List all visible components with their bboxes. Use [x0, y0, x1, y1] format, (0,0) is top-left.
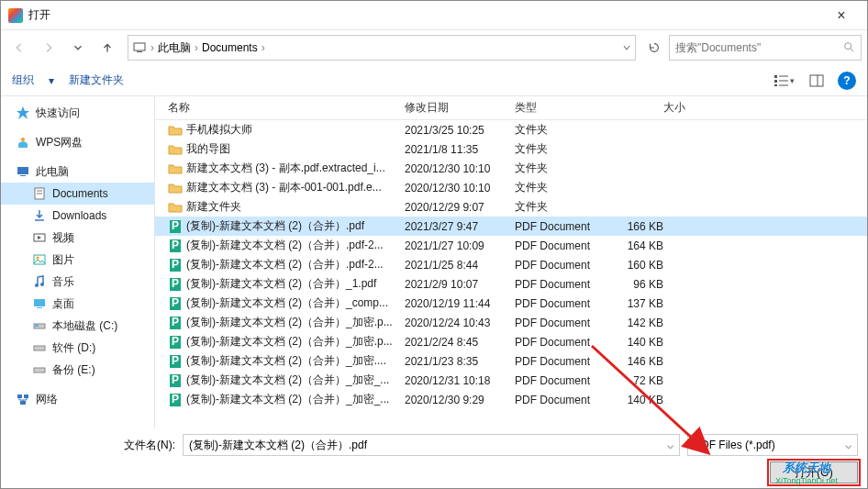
- sidebar-item-this-pc[interactable]: 此电脑: [1, 161, 154, 183]
- sidebar-item-videos[interactable]: 视频: [1, 227, 154, 249]
- table-row[interactable]: P(复制)-新建文本文档 (2)（合并）_1.pdf2021/2/9 10:07…: [155, 274, 867, 294]
- svg-rect-14: [17, 167, 28, 174]
- breadcrumb-pc[interactable]: 此电脑: [154, 40, 195, 56]
- pc-icon: [132, 40, 147, 55]
- dialog-bottom: 文件名(N): ⌵ PDF Files (*.pdf) ⌵ 打开(O) 系统天地…: [1, 428, 867, 487]
- sidebar-item-label: 快速访问: [36, 106, 80, 121]
- svg-rect-34: [20, 401, 26, 405]
- sidebar-item-label: 视频: [52, 230, 74, 246]
- chevron-down-icon[interactable]: ⌵: [667, 439, 673, 451]
- sidebar-item-label: WPS网盘: [36, 135, 83, 150]
- table-row[interactable]: P(复制)-新建文本文档 (2)（合并）_加密_...2020/12/31 10…: [155, 371, 867, 390]
- column-type[interactable]: 类型: [509, 100, 618, 116]
- svg-text:P: P: [172, 393, 179, 406]
- table-row[interactable]: P(复制)-新建文本文档 (2)（合并）.pdf-2...2021/1/25 8…: [155, 255, 867, 274]
- organize-button[interactable]: 组织: [12, 72, 34, 88]
- svg-text:P: P: [172, 373, 179, 386]
- breadcrumb[interactable]: › 此电脑 › Documents ›: [128, 35, 636, 61]
- sidebar-item-disk-d[interactable]: 软件 (D:): [1, 337, 154, 359]
- dropdown-icon[interactable]: ▾: [49, 74, 54, 87]
- help-button[interactable]: ?: [838, 72, 856, 90]
- sidebar-item-pictures[interactable]: 图片: [1, 249, 154, 271]
- svg-point-13: [21, 138, 25, 141]
- svg-text:P: P: [172, 335, 179, 348]
- sidebar-item-label: 软件 (D:): [52, 340, 95, 356]
- sidebar-item-label: 音乐: [52, 274, 74, 290]
- table-row[interactable]: P(复制)-新建文本文档 (2)（合并）_加密.p...2020/12/24 1…: [155, 313, 867, 332]
- file-list: 名称 修改日期 类型 大小 手机模拟大师2021/3/25 10:25文件夹我的…: [155, 96, 867, 428]
- filename-combo[interactable]: ⌵: [183, 434, 680, 456]
- svg-point-2: [845, 42, 851, 49]
- app-icon: [8, 8, 23, 23]
- search-field[interactable]: [675, 41, 839, 54]
- search-input[interactable]: [669, 35, 862, 61]
- forward-button[interactable]: [36, 35, 61, 61]
- svg-line-3: [851, 48, 854, 51]
- svg-rect-0: [134, 43, 145, 50]
- filename-input[interactable]: [189, 439, 667, 451]
- svg-rect-10: [810, 75, 823, 86]
- column-size[interactable]: 大小: [618, 100, 691, 116]
- svg-point-25: [40, 283, 44, 286]
- svg-text:P: P: [172, 316, 179, 328]
- sidebar-item-disk-e[interactable]: 备份 (E:): [1, 359, 154, 381]
- svg-text:P: P: [172, 219, 179, 232]
- svg-point-23: [37, 257, 39, 260]
- recent-locations-button[interactable]: [65, 35, 91, 61]
- svg-rect-22: [34, 255, 45, 264]
- filename-label: 文件名(N):: [10, 438, 175, 453]
- table-row[interactable]: 新建文本文档 (3) - 副本.pdf.extracted_i...2020/1…: [155, 159, 867, 178]
- svg-marker-12: [17, 106, 29, 119]
- sidebar-item-downloads[interactable]: Downloads: [1, 205, 154, 227]
- sidebar-item-wps[interactable]: WPS网盘: [1, 131, 154, 153]
- svg-rect-15: [20, 175, 26, 176]
- table-row[interactable]: 新建文本文档 (3) - 副本-001-001.pdf.e...2020/12/…: [155, 178, 867, 197]
- sidebar-item-disk-c[interactable]: 本地磁盘 (C:): [1, 315, 154, 337]
- titlebar: 打开 ×: [1, 1, 867, 30]
- view-options-button[interactable]: ▾: [772, 71, 796, 91]
- back-button[interactable]: [6, 35, 32, 61]
- sidebar-item-label: 网络: [36, 392, 58, 407]
- column-name[interactable]: 名称: [162, 100, 399, 116]
- table-row[interactable]: P(复制)-新建文本文档 (2)（合并）_加密.p...2021/2/24 8:…: [155, 332, 867, 351]
- table-row[interactable]: 新建文件夹2020/12/29 9:07文件夹: [155, 197, 867, 217]
- svg-rect-33: [24, 395, 28, 398]
- svg-rect-1: [137, 51, 142, 52]
- sidebar-item-documents[interactable]: Documents: [1, 183, 154, 205]
- table-row[interactable]: P(复制)-新建文本文档 (2)（合并）_加密....2021/1/23 8:3…: [155, 351, 867, 371]
- svg-text:P: P: [172, 354, 179, 367]
- svg-rect-4: [774, 75, 777, 78]
- sidebar-item-quick-access[interactable]: 快速访问: [1, 102, 154, 124]
- breadcrumb-folder[interactable]: Documents: [198, 41, 262, 54]
- table-row[interactable]: P(复制)-新建文本文档 (2)（合并）_加密_...2020/12/30 9:…: [155, 390, 867, 409]
- filter-combo[interactable]: PDF Files (*.pdf) ⌵: [687, 434, 858, 456]
- svg-text:P: P: [172, 296, 179, 309]
- table-row[interactable]: 手机模拟大师2021/3/25 10:25文件夹: [155, 120, 867, 139]
- sidebar-item-label: 图片: [52, 252, 74, 268]
- chevron-down-icon[interactable]: ⌵: [845, 439, 851, 451]
- svg-rect-6: [774, 84, 777, 86]
- search-icon[interactable]: [842, 40, 855, 56]
- open-button[interactable]: 打开(O): [770, 461, 858, 483]
- table-row[interactable]: 我的导图2021/1/8 11:35文件夹: [155, 139, 867, 159]
- up-button[interactable]: [95, 35, 120, 61]
- sidebar-item-network[interactable]: 网络: [1, 388, 154, 410]
- table-row[interactable]: P(复制)-新建文本文档 (2)（合并）.pdf2021/3/27 9:47PD…: [155, 217, 867, 236]
- sidebar-item-music[interactable]: 音乐: [1, 271, 154, 293]
- sidebar-item-desktop[interactable]: 桌面: [1, 293, 154, 315]
- svg-rect-30: [34, 346, 45, 350]
- refresh-button[interactable]: [643, 37, 665, 59]
- navbar: › 此电脑 › Documents ›: [1, 30, 867, 65]
- table-row[interactable]: P(复制)-新建文本文档 (2)（合并）_comp...2020/12/19 1…: [155, 294, 867, 313]
- svg-rect-26: [34, 299, 45, 306]
- svg-rect-5: [774, 80, 777, 83]
- chevron-right-icon: ›: [262, 41, 265, 54]
- column-date[interactable]: 修改日期: [399, 100, 509, 116]
- file-list-header: 名称 修改日期 类型 大小: [155, 96, 867, 120]
- svg-text:P: P: [172, 258, 179, 271]
- close-icon[interactable]: ×: [823, 7, 860, 24]
- preview-pane-button[interactable]: [805, 71, 829, 91]
- chevron-down-icon[interactable]: [622, 43, 631, 52]
- new-folder-button[interactable]: 新建文件夹: [69, 72, 124, 88]
- table-row[interactable]: P(复制)-新建文本文档 (2)（合并）.pdf-2...2021/1/27 1…: [155, 236, 867, 255]
